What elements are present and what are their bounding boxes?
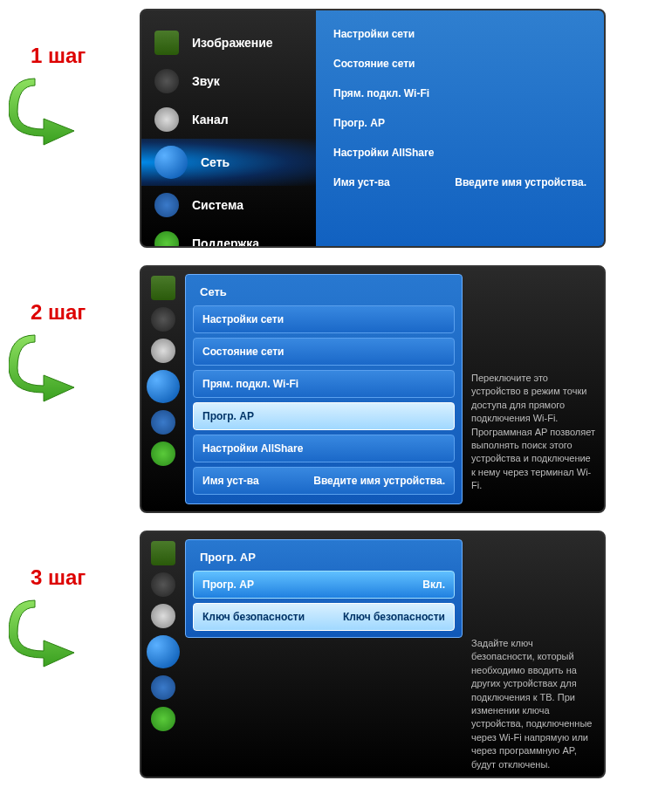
tv-screen-1: Изображение Звук Канал Сеть Система Подд… [140, 9, 606, 248]
menu-item-picture[interactable]: Изображение [141, 24, 316, 62]
picture-icon[interactable] [151, 276, 175, 300]
menu-item-network[interactable]: Сеть [141, 139, 316, 186]
tv-screen-3: Прогр. AP Прогр. AP Вкл. Ключ безопаснос… [140, 531, 606, 778]
picture-icon [154, 31, 179, 55]
system-icon[interactable] [151, 675, 175, 700]
device-name-label: Имя уст-ва [333, 176, 390, 188]
panel-item-status[interactable]: Состояние сети [193, 338, 455, 366]
icon-sidebar [141, 267, 185, 511]
step-3-label: 3 шаг [9, 531, 140, 672]
menu-item-support[interactable]: Поддержка [141, 224, 316, 248]
sound-icon [154, 69, 179, 93]
arrow-icon [9, 599, 113, 668]
step-3: 3 шаг Прогр. AP Прогр. AP Вкл. Ключ безо… [9, 531, 672, 778]
submenu-network-settings[interactable]: Настройки сети [329, 19, 591, 49]
icon-sidebar [141, 532, 185, 777]
step-1-text: 1 шаг [9, 44, 140, 68]
step-3-text: 3 шаг [9, 565, 140, 590]
channel-icon [154, 107, 179, 132]
step-2-label: 2 шаг [9, 265, 140, 407]
panel-item-soft-ap[interactable]: Прогр. AP [193, 402, 455, 430]
menu-item-channel[interactable]: Канал [141, 100, 316, 139]
panel-item-softap-toggle[interactable]: Прогр. AP Вкл. [193, 571, 455, 599]
step-1: 1 шаг Изображение Звук Канал Сеть [9, 9, 672, 248]
help-text: Задайте ключ безопасности, который необх… [463, 532, 604, 777]
panel-item-device-name[interactable]: Имя уст-ва Введите имя устройства. [193, 467, 455, 495]
sound-icon[interactable] [151, 307, 175, 332]
network-submenu: Настройки сети Состояние сети Прям. подк… [316, 9, 604, 248]
channel-icon[interactable] [151, 339, 175, 363]
network-panel: Сеть Настройки сети Состояние сети Прям.… [185, 274, 463, 504]
step-1-label: 1 шаг [9, 9, 140, 150]
arrow-icon [9, 333, 113, 403]
panel-item-settings[interactable]: Настройки сети [193, 305, 455, 333]
submenu-direct-wifi[interactable]: Прям. подкл. Wi-Fi [329, 79, 591, 108]
step-2: 2 шаг Сеть Настройки сети Состояние сети… [9, 265, 672, 513]
tv-screen-2: Сеть Настройки сети Состояние сети Прям.… [140, 265, 606, 513]
arrow-icon [9, 77, 113, 147]
submenu-network-status[interactable]: Состояние сети [329, 49, 591, 79]
channel-icon[interactable] [151, 604, 175, 628]
menu-label: Поддержка [192, 236, 259, 248]
support-icon[interactable] [151, 707, 175, 731]
network-icon [154, 146, 188, 179]
panel-title: Прогр. AP [193, 547, 455, 571]
panel-item-allshare[interactable]: Настройки AllShare [193, 435, 455, 462]
device-name-value: Введите имя устройства. [455, 176, 586, 188]
submenu-device-name[interactable]: Имя уст-ва Введите имя устройства. [329, 168, 591, 197]
submenu-allshare[interactable]: Настройки AllShare [329, 138, 591, 168]
menu-label: Канал [192, 113, 229, 127]
menu-label: Звук [192, 74, 220, 88]
menu-item-system[interactable]: Система [141, 186, 316, 224]
menu-item-sound[interactable]: Звук [141, 62, 316, 100]
support-icon [154, 231, 179, 248]
system-icon [154, 193, 179, 217]
panel-item-direct-wifi[interactable]: Прям. подкл. Wi-Fi [193, 370, 455, 398]
sound-icon[interactable] [151, 572, 175, 597]
step-2-text: 2 шаг [9, 300, 140, 325]
support-icon[interactable] [151, 442, 175, 466]
panel-item-security-key[interactable]: Ключ безопасности Ключ безопасности [193, 603, 455, 631]
panel-title: Сеть [193, 282, 455, 305]
menu-label: Сеть [201, 155, 230, 169]
menu-label: Система [192, 198, 243, 212]
help-text: Переключите это устройство в режим точки… [463, 267, 604, 511]
menu-label: Изображение [192, 36, 273, 50]
network-icon[interactable] [147, 635, 180, 668]
network-icon[interactable] [147, 370, 180, 403]
system-icon[interactable] [151, 410, 175, 435]
picture-icon[interactable] [151, 541, 175, 565]
softap-panel: Прогр. AP Прогр. AP Вкл. Ключ безопаснос… [185, 539, 463, 638]
submenu-soft-ap[interactable]: Прогр. AP [329, 108, 591, 138]
main-menu: Изображение Звук Канал Сеть Система Подд… [141, 10, 316, 246]
